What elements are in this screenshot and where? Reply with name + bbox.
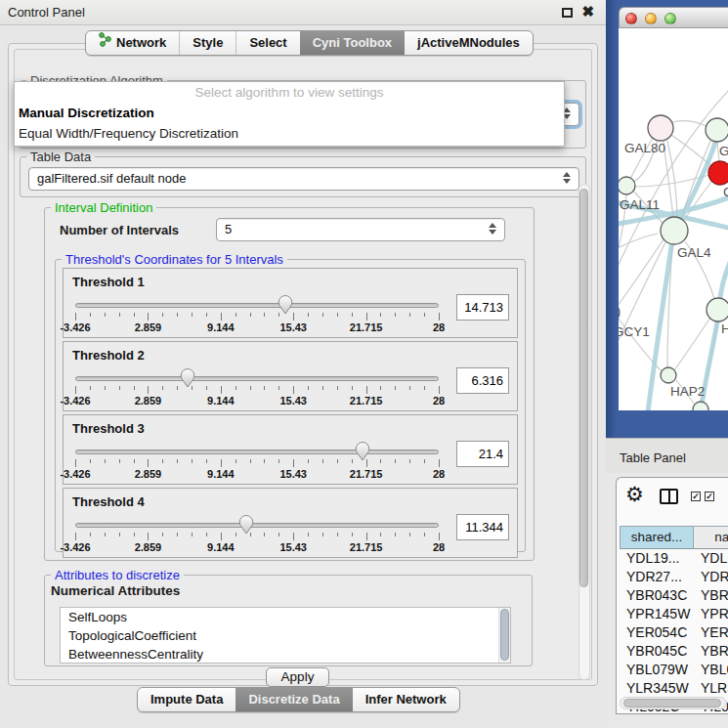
- tab-network[interactable]: Network: [86, 31, 179, 55]
- apply-button[interactable]: Apply: [266, 667, 329, 687]
- column-header-shared[interactable]: shared...: [621, 527, 694, 548]
- cell-shared-name[interactable]: YBR043C: [620, 586, 694, 605]
- tick-mark: [221, 313, 222, 321]
- cell-name[interactable]: YDR2: [694, 568, 728, 586]
- tab-style[interactable]: Style: [179, 31, 236, 55]
- threshold-slider[interactable]: [75, 374, 439, 384]
- tab-cyni-toolbox[interactable]: Cyni Toolbox: [300, 31, 405, 55]
- tick-mark: [439, 459, 440, 467]
- tab-discretize-data[interactable]: Discretize Data: [236, 688, 352, 711]
- tick-mark: [105, 386, 106, 390]
- tick-mark: [177, 533, 178, 536]
- node-gal11[interactable]: [619, 177, 635, 194]
- node-red-selected[interactable]: [708, 161, 728, 185]
- panel-scrollbar-thumb[interactable]: [579, 189, 588, 587]
- column-header-name[interactable]: na: [694, 527, 728, 548]
- cell-shared-name[interactable]: YDR27...: [620, 568, 694, 586]
- close-icon[interactable]: ✖: [581, 3, 594, 21]
- tab-discretize-data-label: Discretize Data: [248, 688, 339, 711]
- cell-name[interactable]: YBL0: [694, 661, 728, 679]
- tick-mark: [221, 459, 222, 467]
- node-top-right[interactable]: [706, 118, 728, 142]
- threshold-slider[interactable]: [75, 448, 439, 457]
- slider-thumb[interactable]: [278, 295, 293, 315]
- numerical-attributes-list[interactable]: SelfLoopsTopologicalCoefficientBetweenne…: [60, 607, 511, 664]
- slider-track[interactable]: [75, 376, 439, 381]
- checkbox-icon[interactable]: ✓: [691, 492, 701, 501]
- mac-zoom-icon[interactable]: [664, 13, 676, 24]
- tick-mark: [134, 386, 135, 390]
- cell-shared-name[interactable]: YBR045C: [620, 642, 694, 661]
- cell-shared-name[interactable]: YDL19...: [620, 549, 694, 568]
- network-canvas[interactable]: GAL80 GA C GAL11 GAL4 GCY1 H HAP2: [619, 28, 728, 410]
- slider-thumb[interactable]: [238, 515, 254, 535]
- tick-mark: [278, 313, 279, 317]
- popup-option-equal-width[interactable]: Equal Width/Frequency Discretization: [15, 123, 564, 144]
- node-gal80[interactable]: [648, 115, 673, 141]
- gear-icon[interactable]: ⚙: [625, 485, 644, 504]
- number-of-intervals-combo[interactable]: 5: [216, 218, 505, 241]
- threshold-value-field[interactable]: 14.713: [456, 294, 509, 321]
- table-row[interactable]: YBL079WYBL0: [620, 661, 728, 679]
- table-row[interactable]: YBR043CYBR0: [620, 586, 728, 605]
- slider-thumb[interactable]: [180, 368, 195, 388]
- table-hscrollbar[interactable]: [620, 697, 727, 709]
- attribute-list-item[interactable]: TopologicalCoefficient: [61, 626, 510, 645]
- slider-track[interactable]: [75, 303, 439, 308]
- attribute-list-item[interactable]: SelfLoops: [61, 608, 510, 626]
- node-bottom[interactable]: [693, 402, 708, 410]
- table-hscrollbar-thumb[interactable]: [623, 699, 721, 707]
- tab-jactivemnodules[interactable]: jActiveMNodules: [405, 31, 533, 55]
- table-row[interactable]: YPR145WYPR1: [620, 605, 728, 623]
- cell-name[interactable]: YDL1: [694, 549, 728, 568]
- tick-mark: [293, 313, 294, 321]
- mac-close-icon[interactable]: [625, 13, 637, 24]
- threshold-value-field[interactable]: 11.344: [456, 514, 509, 540]
- attributes-scrollbar[interactable]: [498, 608, 510, 663]
- node-h[interactable]: [707, 298, 728, 321]
- tick-mark: [177, 386, 178, 390]
- panel-title: Control Panel: [8, 5, 85, 20]
- attribute-list-item[interactable]: BetweennessCentrality: [61, 645, 510, 664]
- cell-name[interactable]: YBR0: [694, 586, 728, 605]
- node-hap2[interactable]: [661, 367, 676, 383]
- slider-thumb[interactable]: [355, 442, 370, 461]
- table-row[interactable]: YER054CYER0: [620, 623, 728, 642]
- tab-infer-network[interactable]: Infer Network: [353, 688, 459, 711]
- cell-name[interactable]: YLR3: [694, 679, 728, 698]
- panel-scrollbar[interactable]: [578, 184, 590, 680]
- slider-track[interactable]: [75, 523, 439, 528]
- cell-shared-name[interactable]: YPR145W: [620, 605, 694, 623]
- mac-minimize-icon[interactable]: [645, 13, 657, 24]
- float-panel-icon[interactable]: [562, 8, 573, 18]
- checkbox-icon[interactable]: ✓: [705, 492, 714, 501]
- cell-shared-name[interactable]: YBL079W: [620, 661, 694, 679]
- table-row[interactable]: YDR27...YDR2: [620, 568, 728, 586]
- slider-track[interactable]: [75, 450, 439, 454]
- popup-option-manual[interactable]: Manual Discretization: [15, 103, 564, 123]
- cell-name[interactable]: YER0: [694, 623, 728, 642]
- threshold-value-field[interactable]: 6.316: [456, 367, 509, 394]
- cell-name[interactable]: YBR0: [694, 642, 728, 661]
- control-panel: Control Panel ✖ Network Style Select Cyn…: [0, 0, 606, 728]
- cell-shared-name[interactable]: YLR345W: [620, 679, 694, 698]
- tab-select[interactable]: Select: [236, 31, 299, 55]
- threshold-slider[interactable]: [75, 301, 439, 311]
- table-data-combo[interactable]: galFiltered.sif default node: [28, 167, 579, 191]
- node-gal4[interactable]: [661, 217, 688, 244]
- tick-mark: [236, 313, 236, 317]
- table-row[interactable]: YBR045CYBR0: [620, 642, 728, 661]
- cell-shared-name[interactable]: YER054C: [620, 623, 694, 642]
- tick-label: 9.144: [207, 468, 235, 480]
- threshold-slider[interactable]: [75, 521, 439, 531]
- tick-mark: [206, 386, 207, 390]
- tab-impute-data[interactable]: Impute Data: [138, 688, 236, 711]
- threshold-value-field[interactable]: 21.4: [456, 441, 509, 467]
- cell-name[interactable]: YPR1: [694, 605, 728, 623]
- combo-arrows-icon: [563, 172, 572, 184]
- network-window-titlebar[interactable]: [619, 7, 728, 28]
- table-row[interactable]: YDL19...YDL1: [620, 549, 728, 568]
- tick-mark: [322, 459, 323, 463]
- table-row[interactable]: YLR345WYLR3: [620, 679, 728, 698]
- columns-icon[interactable]: [660, 489, 678, 504]
